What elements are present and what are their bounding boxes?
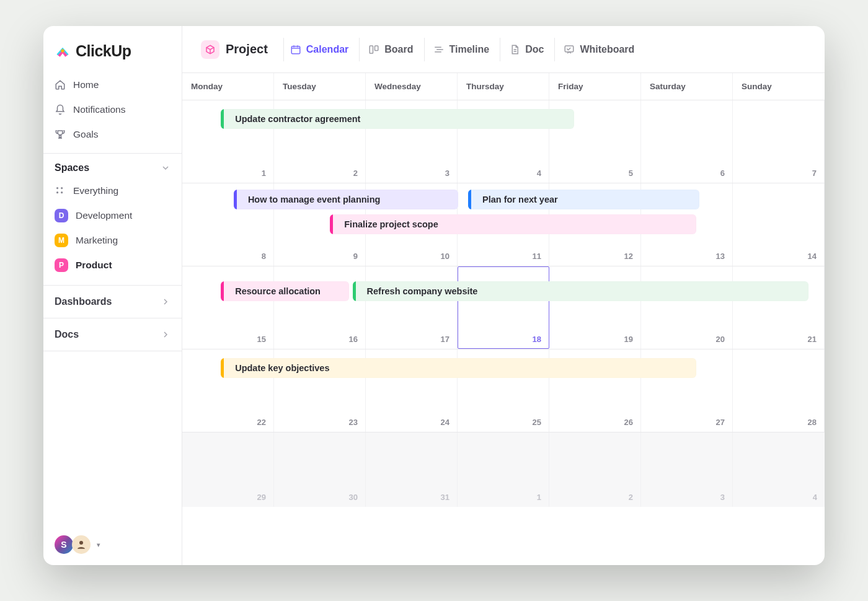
calendar-cell[interactable]: 20: [641, 266, 733, 349]
event-plan-next-year[interactable]: Plan for next year: [468, 190, 699, 209]
timeline-icon: [433, 44, 445, 55]
event-color-bar: [234, 190, 237, 209]
svg-rect-7: [375, 46, 378, 51]
calendar-view: Monday Tuesday Wednesday Thursday Friday…: [182, 73, 825, 565]
sidebar: ClickUp Home Notifications Goals: [43, 26, 182, 565]
main-panel: Project Calendar Board Timeline: [182, 26, 825, 565]
user-avatars[interactable]: S ▾: [55, 535, 100, 554]
calendar-cell[interactable]: 31: [366, 432, 458, 507]
calendar-cell[interactable]: 7: [733, 100, 825, 183]
sidebar-item-everything[interactable]: Everything: [48, 178, 177, 203]
nav-goals[interactable]: Goals: [48, 122, 177, 147]
event-label: Refresh company website: [367, 286, 478, 296]
nav-notifications[interactable]: Notifications: [48, 97, 177, 122]
calendar-cell[interactable]: 17: [366, 266, 458, 349]
breadcrumb-project[interactable]: Project: [193, 37, 275, 63]
calendar-cell[interactable]: 2: [549, 432, 641, 507]
nav-notifications-label: Notifications: [73, 104, 125, 115]
tab-board[interactable]: Board: [359, 38, 422, 61]
calendar-weeks: 1 2 3 4 5 6 7 Update contractor agreemen…: [182, 100, 825, 565]
tab-board-label: Board: [384, 44, 413, 55]
day-tue: Tuesday: [274, 73, 366, 100]
tab-timeline-label: Timeline: [450, 44, 490, 55]
event-event-planning[interactable]: How to manage event planning: [234, 190, 459, 209]
calendar-week: 8 9 10 11 12 13 14 How to manage event p…: [182, 183, 825, 266]
sidebar-section-dashboards: Dashboards: [43, 286, 182, 318]
nav-home-label: Home: [73, 79, 99, 90]
calendar-cell[interactable]: 6: [641, 100, 733, 183]
nav-goals-label: Goals: [73, 129, 99, 140]
day-fri: Friday: [549, 73, 641, 100]
spaces-label: Spaces: [55, 162, 89, 173]
spaces-list: Everything D Development M Marketing P P…: [43, 178, 182, 286]
day-thu: Thursday: [458, 73, 549, 100]
event-label: Resource allocation: [235, 286, 321, 296]
svg-point-3: [61, 191, 63, 193]
svg-point-0: [56, 187, 58, 189]
sidebar-item-marketing[interactable]: M Marketing: [48, 228, 177, 253]
calendar-icon: [290, 44, 301, 55]
avatar-2[interactable]: [72, 535, 91, 554]
calendar-cell[interactable]: 15: [182, 266, 274, 349]
home-icon: [55, 79, 66, 90]
calendar-day-header: Monday Tuesday Wednesday Thursday Friday…: [182, 73, 825, 100]
tab-doc[interactable]: Doc: [500, 38, 552, 61]
doc-icon: [509, 44, 520, 55]
calendar-cell[interactable]: 16: [274, 266, 366, 349]
event-finalize-scope[interactable]: Finalize project scope: [330, 214, 696, 234]
dashboards-label: Dashboards: [55, 296, 112, 307]
event-label: Finalize project scope: [344, 219, 438, 229]
development-label: Development: [76, 210, 132, 221]
event-label: Update contractor agreement: [235, 114, 360, 124]
event-color-bar: [330, 214, 333, 234]
nav-home[interactable]: Home: [48, 72, 177, 97]
marketing-label: Marketing: [76, 235, 118, 246]
event-resource-allocation[interactable]: Resource allocation: [221, 281, 349, 301]
svg-point-4: [79, 541, 83, 545]
sidebar-item-development[interactable]: D Development: [48, 203, 177, 228]
event-update-contractor[interactable]: Update contractor agreement: [221, 109, 574, 129]
chevron-down-icon: [161, 163, 170, 173]
event-color-bar: [221, 358, 224, 378]
space-badge-marketing: M: [55, 234, 68, 247]
event-label: Plan for next year: [482, 195, 558, 204]
event-color-bar: [353, 281, 356, 301]
trophy-icon: [55, 129, 66, 140]
spaces-header[interactable]: Spaces: [43, 154, 182, 178]
bell-icon: [55, 104, 66, 115]
event-refresh-website[interactable]: Refresh company website: [353, 281, 809, 301]
sidebar-item-product[interactable]: P Product: [48, 253, 177, 278]
sidebar-item-dashboards[interactable]: Dashboards: [43, 286, 182, 318]
tab-whiteboard-label: Whiteboard: [580, 44, 634, 55]
svg-point-1: [61, 187, 63, 189]
avatar-1[interactable]: S: [55, 535, 73, 554]
tab-whiteboard[interactable]: Whiteboard: [554, 38, 643, 61]
cube-icon: [201, 40, 219, 59]
sidebar-item-docs[interactable]: Docs: [43, 318, 182, 351]
brand-logo[interactable]: ClickUp: [43, 26, 182, 72]
tab-timeline[interactable]: Timeline: [424, 38, 498, 61]
calendar-week: 22 23 24 25 26 27 28 Update key objectiv…: [182, 349, 825, 432]
tab-calendar-label: Calendar: [306, 44, 348, 55]
calendar-cell[interactable]: 1: [458, 432, 549, 507]
calendar-cell[interactable]: 21: [733, 266, 825, 349]
event-update-objectives[interactable]: Update key objectives: [221, 358, 696, 378]
calendar-cell[interactable]: 19: [549, 266, 641, 349]
project-title: Project: [226, 42, 268, 56]
day-sat: Saturday: [641, 73, 733, 100]
calendar-cell[interactable]: 29: [182, 432, 274, 507]
tab-calendar[interactable]: Calendar: [283, 38, 357, 61]
calendar-cell[interactable]: 28: [733, 349, 825, 432]
calendar-cell-today[interactable]: 18: [458, 266, 549, 349]
calendar-cell[interactable]: 14: [733, 183, 825, 266]
tab-doc-label: Doc: [525, 44, 544, 55]
avatar-menu-caret-icon[interactable]: ▾: [97, 541, 100, 549]
nav-primary: Home Notifications Goals: [43, 72, 182, 154]
day-sun: Sunday: [733, 73, 825, 100]
sidebar-section-docs: Docs: [43, 318, 182, 351]
calendar-cell[interactable]: 30: [274, 432, 366, 507]
calendar-cell[interactable]: 3: [641, 432, 733, 507]
calendar-cell[interactable]: 4: [733, 432, 825, 507]
clickup-logo-icon: [55, 43, 71, 59]
svg-rect-5: [291, 46, 300, 53]
